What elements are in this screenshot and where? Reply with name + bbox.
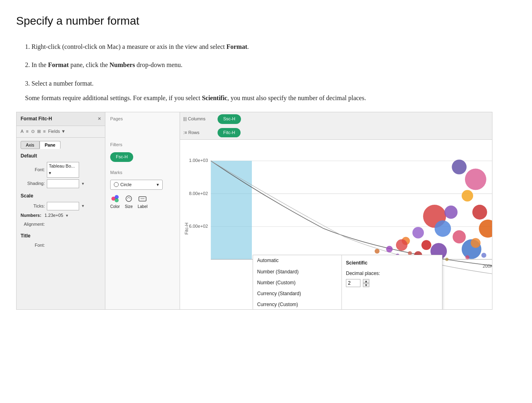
size-button[interactable]: Size — [124, 195, 134, 210]
default-section-label: Default — [17, 149, 105, 161]
marks-circle-row[interactable]: Circle ▾ — [110, 180, 163, 190]
marks-buttons: Color Size Label — [110, 193, 175, 212]
svg-point-25 — [435, 220, 451, 237]
svg-point-31 — [452, 231, 466, 244]
icon-lines[interactable]: ≡ — [26, 128, 28, 135]
svg-text:8.00e+02: 8.00e+02 — [189, 191, 208, 196]
font-row: Font: Tableau Bo... ▾ — [17, 161, 105, 178]
shading-value[interactable] — [47, 179, 79, 188]
marks-label: Marks — [110, 166, 175, 180]
scale-section-label: Scale — [17, 189, 105, 201]
svg-point-41 — [482, 253, 486, 258]
svg-point-20 — [452, 160, 467, 175]
ticks-row: Ticks: ▼ — [17, 201, 105, 212]
font-value[interactable]: Tableau Bo... ▾ — [47, 162, 79, 178]
ui-screenshot: Format Fitc-H × A ≡ ⊙ ⊞ ≡ Fields ▼ Axis … — [16, 112, 492, 310]
rows-label: :≡ Rows — [183, 129, 209, 136]
format-panel: Format Fitc-H × A ≡ ⊙ ⊞ ≡ Fields ▼ Axis … — [17, 112, 105, 309]
color-icon — [110, 195, 120, 203]
rows-shelf: :≡ Rows Fitc-H — [180, 126, 492, 140]
ticks-label: Ticks: — [21, 203, 45, 210]
ticks-value[interactable] — [47, 202, 79, 211]
columns-label: ||| Columns — [183, 115, 209, 123]
svg-point-39 — [445, 258, 448, 261]
page-title: Specify a number format — [16, 12, 516, 30]
fields-dropdown[interactable]: Fields ▼ — [48, 128, 65, 135]
numbers-arrow[interactable]: ▼ — [65, 213, 69, 218]
title-font-label: Font: — [21, 242, 45, 249]
rows-icon: :≡ — [183, 129, 187, 136]
svg-point-35 — [471, 238, 480, 248]
rows-text: Rows — [188, 129, 199, 136]
svg-rect-14 — [211, 161, 252, 260]
format-panel-icons: A ≡ ⊙ ⊞ ≡ Fields ▼ — [17, 126, 105, 138]
title-section-label: Title — [17, 229, 105, 241]
format-option-number-standard[interactable]: Number (Standard) — [253, 267, 341, 277]
numbers-value[interactable]: 1.23e+05 — [44, 212, 63, 219]
format-options-list: Automatic Number (Standard) Number (Cust… — [253, 255, 342, 309]
icon-list[interactable]: ≡ — [43, 128, 46, 135]
label-button[interactable]: Label — [138, 195, 147, 210]
icon-a[interactable]: A — [21, 128, 23, 135]
tab-pane[interactable]: Pane — [40, 141, 61, 149]
tab-row: Axis Pane — [17, 138, 105, 149]
decimal-spinner: ▲ ▼ — [363, 279, 369, 287]
step-2-text: 2. In the Format pane, click the Numbers… — [25, 60, 516, 70]
format-option-automatic[interactable]: Automatic — [253, 255, 341, 266]
spin-up-button[interactable]: ▲ — [363, 279, 369, 283]
color-label: Color — [110, 204, 120, 210]
scientific-settings-panel: Scientific Decimal places: ▲ ▼ — [342, 255, 442, 309]
icon-target[interactable]: ⊙ — [31, 128, 35, 135]
step-1-text: 1. Right-click (control-click on Mac) a … — [25, 42, 516, 52]
svg-point-28 — [413, 227, 424, 238]
tab-axis[interactable]: Axis — [21, 141, 40, 149]
ticks-arrow[interactable]: ▼ — [81, 203, 85, 209]
numbers-format-dropdown: Automatic Number (Standard) Number (Cust… — [253, 255, 442, 309]
format-panel-header: Format Fitc-H × — [17, 112, 105, 126]
title-font-row: Font: — [17, 241, 105, 250]
svg-point-40 — [465, 256, 469, 260]
label-label: Label — [138, 204, 147, 210]
decimal-input-row: ▲ ▼ — [346, 279, 438, 287]
columns-pill[interactable]: Ssc-H — [218, 114, 241, 124]
alignment-row: Alignment: — [17, 220, 105, 229]
size-label: Size — [125, 204, 132, 210]
close-icon[interactable]: × — [98, 115, 101, 123]
format-option-number-custom[interactable]: Number (Custom) — [253, 277, 341, 288]
svg-point-24 — [444, 206, 458, 219]
svg-point-21 — [465, 169, 486, 190]
svg-point-43 — [386, 246, 393, 252]
step-1: 1. Right-click (control-click on Mac) a … — [16, 42, 516, 52]
color-button[interactable]: Color — [110, 195, 120, 210]
columns-text: Columns — [188, 115, 205, 123]
label-icon — [138, 195, 147, 203]
filter-pill-fsc[interactable]: Fsc-H — [110, 152, 133, 162]
alignment-label: Alignment: — [21, 221, 45, 228]
shading-arrow[interactable]: ▼ — [81, 181, 85, 187]
filters-label: Filters — [105, 138, 180, 152]
svg-point-44 — [375, 249, 379, 254]
svg-point-42 — [396, 239, 407, 251]
decimal-places-label: Decimal places: — [346, 270, 438, 277]
rows-pill[interactable]: Fitc-H — [218, 128, 241, 138]
font-label: Font: — [21, 166, 45, 174]
marks-section: Marks Circle ▾ Color Size — [105, 163, 180, 215]
svg-text:200K: 200K — [483, 264, 492, 269]
columns-icon: ||| — [183, 115, 187, 123]
step-3-text: 3. Select a number format. — [25, 78, 516, 89]
format-option-currency-standard[interactable]: Currency (Standard) — [253, 288, 341, 299]
shading-label: Shading: — [21, 180, 45, 187]
format-option-currency-custom[interactable]: Currency (Custom) — [253, 299, 341, 309]
svg-point-26 — [472, 205, 487, 220]
shading-row: Shading: ▼ — [17, 178, 105, 189]
marks-dropdown-arrow[interactable]: ▾ — [157, 181, 159, 189]
svg-point-3 — [126, 196, 132, 202]
scientific-title: Scientific — [346, 259, 438, 267]
pages-label: Pages — [105, 112, 180, 126]
spin-down-button[interactable]: ▼ — [363, 283, 369, 287]
decimal-places-input[interactable] — [346, 279, 360, 287]
icon-grid[interactable]: ⊞ — [37, 128, 41, 135]
svg-point-2 — [115, 198, 119, 202]
circle-mark-icon — [114, 182, 119, 187]
middle-panel: Pages Filters Fsc-H Marks Circle ▾ Color — [105, 112, 180, 309]
